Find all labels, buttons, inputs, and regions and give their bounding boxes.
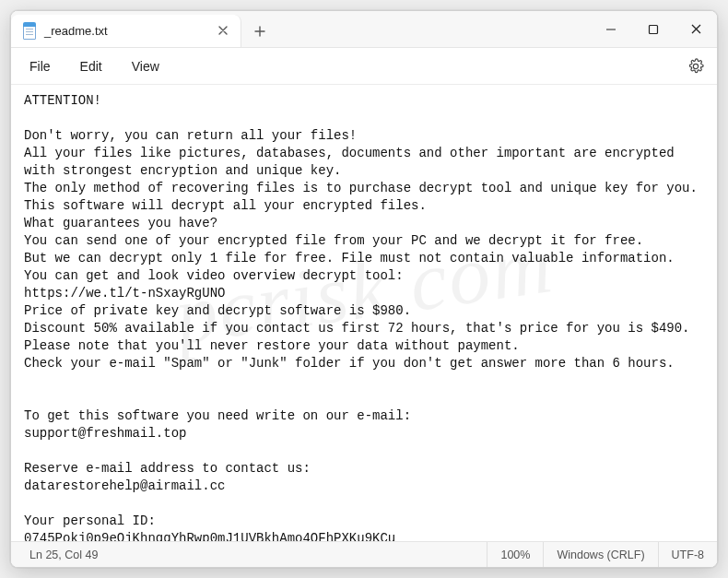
maximize-button[interactable] [632,11,675,47]
close-tab-icon[interactable] [215,23,231,40]
tab-title: _readme.txt [44,24,207,38]
status-cursor-position: Ln 25, Col 49 [11,542,111,567]
status-zoom[interactable]: 100% [487,542,543,567]
text-editor-area[interactable]: ATTENTION! Don't worry, you can return a… [11,85,717,541]
menu-file[interactable]: File [17,53,64,79]
tab-active[interactable]: _readme.txt [11,15,241,47]
svg-rect-0 [650,25,658,33]
menu-edit[interactable]: Edit [67,53,115,79]
menu-view[interactable]: View [119,53,172,79]
titlebar-drag-area[interactable] [278,11,590,47]
document-text: ATTENTION! Don't worry, you can return a… [24,93,698,541]
notepad-window: _readme.txt File Edit View [10,10,718,568]
statusbar: Ln 25, Col 49 100% Windows (CRLF) UTF-8 [11,541,717,567]
settings-button[interactable] [680,51,711,82]
titlebar[interactable]: _readme.txt [11,11,717,48]
gear-icon [687,58,704,75]
window-controls [590,11,717,47]
notepad-icon [22,23,37,40]
status-encoding[interactable]: UTF-8 [658,542,717,567]
status-line-ending[interactable]: Windows (CRLF) [543,542,657,567]
new-tab-button[interactable] [241,15,278,47]
close-window-button[interactable] [675,11,717,47]
menubar: File Edit View [11,48,717,85]
minimize-button[interactable] [590,11,632,47]
